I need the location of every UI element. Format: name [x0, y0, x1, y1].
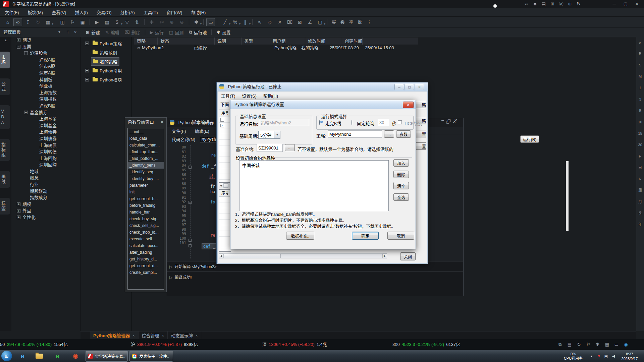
menu-item[interactable]: 帮助(H) [263, 93, 278, 99]
function-list-item[interactable]: parameter [128, 182, 164, 189]
function-list-item[interactable]: calculate_chan... [128, 142, 164, 148]
taskbar-window[interactable]: 发表帖子 - 软件.. [129, 351, 173, 362]
ok-button[interactable]: 确定 [352, 232, 379, 240]
strategy-browse-button[interactable]: ... [384, 130, 394, 138]
percent-tool-icon[interactable]: % [231, 18, 239, 26]
close-icon[interactable]: × [132, 334, 135, 338]
column-header[interactable]: 类型 [241, 38, 270, 45]
tree-item[interactable]: + 期货 [11, 37, 80, 44]
zoom-out-icon[interactable]: ⊖ [177, 18, 186, 26]
clipboard-icon[interactable]: ▤ [565, 342, 574, 347]
strategy-input[interactable]: MyPython2 [328, 130, 382, 138]
function-list-item[interactable]: _identify_pens [128, 162, 164, 169]
mouse-mode-icon[interactable]: ▭ [206, 18, 215, 26]
function-list-item[interactable]: init [128, 189, 164, 195]
params-button[interactable]: 参数 [396, 130, 411, 138]
period-item[interactable]: S [639, 62, 641, 73]
menu-item[interactable]: 板块(M) [28, 9, 43, 15]
news-icon[interactable]: ▤ [539, 0, 548, 8]
period-item[interactable]: 月 [638, 198, 642, 210]
function-list-item[interactable]: create_sampl... [128, 269, 164, 276]
sidebar-tab[interactable]: 公式 [0, 78, 10, 95]
function-list-item[interactable]: before_trading [128, 202, 164, 209]
backtest-button[interactable]: ◫回测 [169, 29, 183, 36]
panel-close-icon[interactable]: ✕ [74, 27, 77, 37]
tree-item[interactable]: 深圳债券 [11, 135, 80, 142]
index-quote[interactable]: 3004523.3 -0.21% (-9.72)6137亿 [392, 339, 460, 350]
data-fill-button[interactable]: 数据补充.. [286, 232, 314, 240]
window-icon[interactable]: ▢ [316, 18, 324, 26]
tree-item[interactable]: 深圳指数 [11, 96, 80, 103]
delete-button[interactable]: ⌧删除 [125, 29, 140, 36]
tree-item[interactable]: 科创板 [11, 76, 80, 83]
separator[interactable] [55, 19, 55, 25]
tree-item[interactable]: 沪深A股 [11, 57, 80, 63]
period-item[interactable]: 10 [638, 119, 642, 130]
tree-item[interactable]: + 外盘 [11, 207, 80, 214]
minimize-button[interactable]: ─ [394, 84, 404, 90]
period-item[interactable]: 3 [639, 96, 641, 107]
contract-pool-listbox[interactable]: 中国长城 [239, 160, 389, 211]
strategy-tree-item[interactable]: + Python模块 [83, 75, 131, 84]
explorer-icon[interactable] [33, 351, 46, 361]
tree-item[interactable]: 概念 [11, 175, 80, 181]
workspace-tab[interactable]: Python策略管理器× [90, 331, 139, 340]
tree-item[interactable]: 行业 [11, 181, 80, 188]
function-list-item[interactable]: load_data [128, 135, 164, 142]
close-icon[interactable]: × [196, 334, 198, 338]
column-header[interactable]: 创建时间 [342, 38, 363, 45]
tree-item[interactable]: + 个性化 [11, 214, 80, 221]
menu-item[interactable]: 工具(T) [221, 93, 235, 99]
select-all-button[interactable]: 全选 [393, 193, 409, 201]
function-list-item[interactable]: check_stop_lo... [128, 229, 164, 236]
menu-item[interactable]: 窗口(W) [166, 9, 182, 15]
function-list-item[interactable]: handle_bar [128, 209, 164, 216]
separator[interactable] [144, 19, 145, 25]
function-list-item[interactable]: execute_sell [128, 236, 164, 242]
period-item[interactable]: H [639, 153, 642, 164]
menu-item[interactable]: 帮助(H) [191, 9, 206, 15]
sidebar-tab[interactable]: 市场 [0, 52, 10, 68]
link-icon[interactable]: ◉ [621, 342, 631, 347]
run-pool-button[interactable]: ⧉运行池 [189, 29, 207, 36]
browser-icon[interactable]: e [51, 351, 64, 361]
tray-expand-icon[interactable]: ▴ [588, 354, 595, 358]
radio-poll[interactable] [352, 120, 352, 125]
report-icon[interactable]: ▤ [103, 18, 111, 26]
tree-item[interactable]: 上海指数 [11, 89, 80, 96]
tree-item[interactable]: 指数成分 [11, 194, 80, 201]
editor-menu-item[interactable]: 文件(F) [172, 128, 186, 134]
menu-item[interactable]: 设置(S) [242, 93, 257, 99]
play-icon[interactable]: ▶ [93, 18, 101, 26]
edit-button[interactable]: ✎编辑 [105, 29, 119, 36]
tray-alert-icon[interactable]: ⚑ [595, 354, 602, 358]
run-button[interactable]: 运行(R) [520, 135, 539, 143]
maximize-button[interactable]: ▢ [405, 84, 414, 90]
function-list-item[interactable]: check_sell_sig... [128, 222, 164, 229]
panel-collapse-icon[interactable]: ▼ [58, 27, 61, 37]
period-item[interactable]: 1 [639, 84, 641, 96]
add-button[interactable]: 加入 [393, 159, 409, 167]
cpu-meter[interactable]: 0% CPU利用率 [559, 352, 588, 361]
panel-pin-icon[interactable]: ⊤ [66, 27, 70, 37]
function-list-item[interactable]: check_buy_sig... [128, 216, 164, 222]
tree-item[interactable]: 深圳基金 [11, 122, 80, 129]
wave-icon[interactable]: ∿ [255, 18, 264, 26]
fold-marker[interactable]: − [189, 166, 192, 169]
strategy-tree-item[interactable]: + Python引用 [83, 66, 131, 75]
editor-menu-item[interactable]: 编辑(E) [195, 128, 209, 134]
column-header[interactable]: 用户组 [270, 38, 305, 45]
monitor-icon[interactable]: ▭ [612, 342, 621, 347]
tree-item[interactable]: 上海基金 [11, 116, 80, 122]
column-header[interactable]: 说明 [215, 38, 241, 45]
radio-kline[interactable] [319, 120, 320, 125]
separator[interactable] [211, 29, 212, 35]
function-list-item[interactable]: calculate_posi... [128, 242, 164, 249]
grid-icon[interactable]: ▦ [602, 342, 612, 347]
cancel-button[interactable]: 取消 [387, 232, 414, 240]
period-item[interactable]: 年 [638, 221, 642, 233]
clock[interactable]: 8:37 2025/9/17 [617, 352, 642, 361]
close-icon[interactable]: × [162, 334, 164, 338]
separator[interactable] [90, 19, 90, 25]
separator[interactable] [145, 29, 145, 35]
